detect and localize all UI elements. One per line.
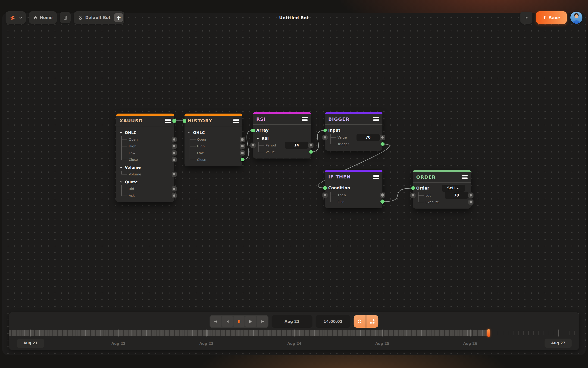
run-button[interactable] [520, 12, 532, 24]
square-port-pip [241, 145, 244, 147]
playhead[interactable] [487, 329, 490, 337]
section-rsi[interactable]: RSI [253, 135, 311, 142]
node-rsi[interactable]: RSIArrayRSIPeriodValue [253, 112, 311, 158]
circle-port[interactable] [172, 137, 177, 142]
skip-forward-button[interactable] [257, 316, 268, 327]
node-header: HISTORY [184, 116, 242, 126]
row-value: Value [253, 148, 311, 155]
node-header: IF THEN [325, 172, 382, 182]
diamond-port[interactable] [411, 186, 415, 191]
section-quote[interactable]: Quote [116, 178, 174, 185]
diamond-port-pip [411, 186, 415, 191]
value-input[interactable] [285, 142, 308, 149]
save-button[interactable]: Save [536, 11, 567, 24]
circle-port[interactable] [250, 143, 255, 148]
node-menu-icon[interactable] [462, 175, 468, 179]
chevron-down-icon[interactable] [188, 131, 191, 134]
default-bot-button[interactable]: Default Bot + [74, 11, 124, 24]
row-label: Bid [129, 187, 134, 191]
diamond-port[interactable] [380, 193, 385, 198]
value-input[interactable] [357, 134, 380, 141]
circle-port[interactable] [308, 143, 313, 148]
row-else: Else [325, 198, 382, 205]
select-dropdown[interactable]: Sell [442, 185, 465, 192]
node-body: ArrayRSIPeriodValue [253, 125, 311, 158]
node-bigger[interactable]: BIGGERInputValueTrigger [325, 112, 382, 151]
circle-port[interactable] [172, 172, 177, 177]
diamond-port-pip [323, 185, 327, 190]
app-logo-menu-button[interactable] [6, 11, 26, 24]
circle-port[interactable] [172, 186, 177, 191]
node-menu-icon[interactable] [373, 117, 379, 121]
circle-port[interactable] [172, 150, 177, 156]
date-display[interactable]: Aug 21 [272, 315, 313, 328]
chevron-down-icon[interactable] [119, 131, 123, 134]
circle-port[interactable] [323, 193, 328, 198]
circle-port[interactable] [308, 149, 313, 155]
logs-button[interactable] [367, 315, 378, 328]
tree-line [418, 192, 425, 199]
square-port[interactable] [240, 157, 245, 162]
square-port[interactable] [240, 144, 245, 149]
row-then: Then [325, 192, 382, 198]
section-input: Input [325, 127, 382, 134]
circle-port[interactable] [172, 144, 177, 149]
chevron-down-icon[interactable] [256, 137, 260, 140]
node-ifthen[interactable]: IF THENConditionThenElse [325, 170, 382, 208]
circle-port-pip [173, 158, 175, 161]
pause-button[interactable] [234, 316, 245, 327]
node-header: XAUUSD [116, 116, 174, 126]
diamond-port-pip [381, 193, 384, 197]
diamond-port[interactable] [468, 200, 474, 205]
node-body: OrderSell LotExecute [413, 183, 471, 209]
row-label: High [129, 144, 136, 148]
timeline-panel: Aug 21 14:00:02 Aug 21Aug 22Aug 23Aug 24… [9, 312, 579, 350]
circle-port[interactable] [172, 193, 177, 198]
timeline-ruler[interactable] [9, 330, 579, 336]
day-tick [206, 330, 207, 337]
square-port[interactable] [250, 128, 255, 133]
node-menu-icon[interactable] [302, 117, 308, 121]
chevron-down-icon[interactable] [119, 180, 123, 184]
node-menu-icon[interactable] [233, 119, 239, 123]
sidebar-toggle-button[interactable] [60, 12, 70, 23]
step-forward-button[interactable] [245, 316, 256, 327]
square-port[interactable] [240, 150, 245, 156]
restart-button[interactable] [354, 315, 366, 328]
square-port[interactable] [182, 118, 187, 123]
circle-port[interactable] [380, 135, 385, 140]
node-editor-canvas[interactable]: XAUUSDOHLCOpenHighLowCloseVolumeVolumeQu… [2, 13, 586, 355]
time-display[interactable]: 14:00:02 [316, 315, 351, 328]
add-bot-button[interactable]: + [114, 13, 123, 22]
square-port[interactable] [172, 118, 177, 123]
day-label-aug-23: Aug 23 [199, 341, 213, 346]
tree-line [330, 198, 338, 205]
chevron-down-icon[interactable] [119, 166, 123, 169]
diamond-port[interactable] [380, 142, 385, 147]
circle-port[interactable] [411, 193, 415, 198]
circle-port[interactable] [468, 193, 474, 198]
circle-port[interactable] [172, 157, 177, 162]
section-volume[interactable]: Volume [116, 164, 174, 171]
user-avatar[interactable] [570, 12, 582, 24]
day-tick [558, 330, 558, 337]
square-port[interactable] [240, 137, 245, 142]
diamond-port[interactable] [380, 199, 385, 204]
home-button[interactable]: Home [29, 11, 57, 24]
node-menu-icon[interactable] [373, 175, 379, 179]
node-order[interactable]: ORDEROrderSell LotExecute [413, 170, 471, 209]
step-back-button[interactable] [222, 316, 233, 327]
node-menu-icon[interactable] [165, 119, 171, 123]
row-execute: Execute [413, 199, 471, 205]
circle-port[interactable] [323, 128, 328, 133]
node-xauusd[interactable]: XAUUSDOHLCOpenHighLowCloseVolumeVolumeQu… [116, 114, 174, 202]
skip-back-button[interactable] [211, 316, 221, 327]
circle-port[interactable] [323, 135, 328, 140]
value-input[interactable] [445, 192, 468, 199]
day-tick [30, 330, 31, 337]
node-history[interactable]: HISTORYOHLCOpenHighLowClose [184, 114, 242, 166]
diamond-port[interactable] [323, 185, 328, 191]
row-label: Lot [425, 193, 430, 197]
section-ohlc[interactable]: OHLC [116, 129, 174, 136]
section-ohlc[interactable]: OHLC [184, 129, 242, 136]
